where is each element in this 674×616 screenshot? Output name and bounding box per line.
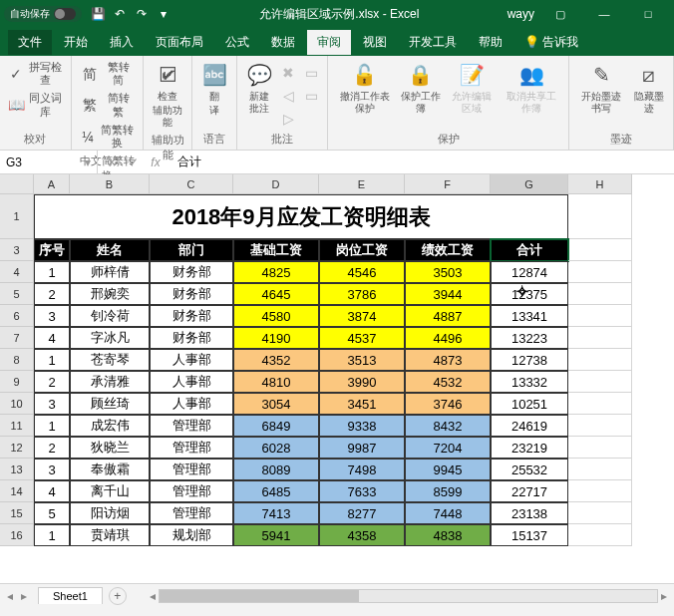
data-cell[interactable]: 8277 xyxy=(319,502,405,524)
header-cell[interactable]: 部门 xyxy=(150,239,233,261)
data-cell[interactable]: 2 xyxy=(34,371,70,393)
data-cell[interactable]: 奉傲霜 xyxy=(70,459,150,480)
tab-home[interactable]: 开始 xyxy=(54,30,98,55)
sheet-tab[interactable]: Sheet1 xyxy=(38,587,103,604)
row-header-5[interactable]: 5 xyxy=(0,283,34,305)
data-cell[interactable]: 3 xyxy=(34,393,70,415)
data-cell[interactable]: 3513 xyxy=(319,349,405,371)
data-cell[interactable]: 4537 xyxy=(319,327,405,349)
data-cell[interactable]: 3 xyxy=(34,305,70,327)
row-header-11[interactable]: 11 xyxy=(0,415,34,437)
data-cell[interactable]: 4580 xyxy=(233,305,319,327)
cell-blank[interactable] xyxy=(568,261,632,283)
row-header-14[interactable]: 14 xyxy=(0,480,34,502)
data-cell[interactable]: 3746 xyxy=(405,393,491,415)
table-title[interactable]: 2018年9月应发工资明细表 xyxy=(34,194,568,239)
row-header-9[interactable]: 9 xyxy=(0,371,34,393)
col-header-H[interactable]: H xyxy=(568,174,632,194)
header-cell[interactable]: 姓名 xyxy=(70,239,150,261)
tab-data[interactable]: 数据 xyxy=(261,30,305,55)
tab-developer[interactable]: 开发工具 xyxy=(399,30,467,55)
data-cell[interactable]: 成宏伟 xyxy=(70,415,150,437)
header-cell[interactable]: 合计 xyxy=(491,239,568,261)
data-cell[interactable]: 4887 xyxy=(405,305,491,327)
data-cell[interactable]: 邢婉奕 xyxy=(70,283,150,305)
fx-icon[interactable]: fx xyxy=(146,155,166,169)
data-cell[interactable]: 管理部 xyxy=(150,459,233,480)
thesaurus-button[interactable]: 📖同义词库 xyxy=(6,90,65,120)
data-cell[interactable]: 3451 xyxy=(319,393,405,415)
data-cell[interactable]: 4496 xyxy=(405,327,491,349)
data-cell[interactable]: 7498 xyxy=(319,459,405,480)
data-cell[interactable]: 12874 xyxy=(491,261,568,283)
col-header-E[interactable]: E xyxy=(319,174,405,194)
data-cell[interactable]: 顾丝琦 xyxy=(70,393,150,415)
header-cell[interactable]: 岗位工资 xyxy=(319,239,405,261)
data-cell[interactable]: 财务部 xyxy=(150,283,233,305)
data-cell[interactable]: 4645 xyxy=(233,283,319,305)
cell-blank[interactable] xyxy=(568,305,632,327)
data-cell[interactable]: 贲靖琪 xyxy=(70,524,150,546)
data-cell[interactable]: 财务部 xyxy=(150,305,233,327)
data-cell[interactable]: 苍寄琴 xyxy=(70,349,150,371)
data-cell[interactable]: 15137 xyxy=(491,524,568,546)
accessibility-button[interactable]: 🗹 检查辅助功能 xyxy=(150,59,186,131)
data-cell[interactable]: 12738 xyxy=(491,349,568,371)
col-header-C[interactable]: C xyxy=(150,174,233,194)
data-cell[interactable]: 7204 xyxy=(405,437,491,459)
data-cell[interactable]: 7633 xyxy=(319,480,405,502)
data-cell[interactable]: 8599 xyxy=(405,480,491,502)
unshare-button[interactable]: 👥取消共享工作簿 xyxy=(502,59,562,117)
save-icon[interactable]: 💾 xyxy=(90,6,106,22)
data-cell[interactable]: 4838 xyxy=(405,524,491,546)
data-cell[interactable]: 3786 xyxy=(319,283,405,305)
data-cell[interactable]: 12375 xyxy=(491,283,568,305)
data-cell[interactable]: 3990 xyxy=(319,371,405,393)
data-cell[interactable]: 管理部 xyxy=(150,415,233,437)
data-cell[interactable]: 管理部 xyxy=(150,437,233,459)
data-cell[interactable]: 2 xyxy=(34,283,70,305)
data-cell[interactable]: 13341 xyxy=(491,305,568,327)
col-header-B[interactable]: B xyxy=(70,174,150,194)
cell-blank[interactable] xyxy=(568,194,632,239)
data-cell[interactable]: 4190 xyxy=(233,327,319,349)
data-cell[interactable]: 4 xyxy=(34,480,70,502)
cancel-icon[interactable]: ✕ xyxy=(102,155,122,169)
cell-blank[interactable] xyxy=(568,327,632,349)
show-all-icon[interactable]: ▭ xyxy=(301,86,321,106)
header-cell[interactable]: 序号 xyxy=(34,239,70,261)
new-comment-button[interactable]: 💬 新建批注 xyxy=(243,59,275,117)
enter-icon[interactable]: ✓ xyxy=(124,155,144,169)
data-cell[interactable]: 1 xyxy=(34,261,70,283)
data-cell[interactable]: 1 xyxy=(34,415,70,437)
data-cell[interactable]: 阳访烟 xyxy=(70,502,150,524)
data-cell[interactable]: 4546 xyxy=(319,261,405,283)
cell-blank[interactable] xyxy=(568,393,632,415)
data-cell[interactable]: 23138 xyxy=(491,502,568,524)
data-cell[interactable]: 财务部 xyxy=(150,261,233,283)
simp-to-trad-button[interactable]: 繁简转繁 xyxy=(78,90,137,120)
data-cell[interactable]: 4352 xyxy=(233,349,319,371)
data-cell[interactable]: 24619 xyxy=(491,415,568,437)
data-cell[interactable]: 3874 xyxy=(319,305,405,327)
row-header-8[interactable]: 8 xyxy=(0,349,34,371)
tab-help[interactable]: 帮助 xyxy=(469,30,512,55)
worksheet-grid[interactable]: ABCDEFGH 1345678910111213141516 2018年9月应… xyxy=(0,174,674,583)
formula-bar[interactable]: 合计 xyxy=(169,154,674,170)
tab-review[interactable]: 审阅 xyxy=(307,30,351,55)
add-sheet-button[interactable]: + xyxy=(109,587,127,605)
next-comment-icon[interactable]: ▷ xyxy=(278,109,298,129)
data-cell[interactable]: 3 xyxy=(34,459,70,480)
hide-ink-button[interactable]: ⧄隐藏墨迹 xyxy=(631,59,667,117)
col-header-A[interactable]: A xyxy=(34,174,70,194)
data-cell[interactable]: 6849 xyxy=(233,415,319,437)
header-cell[interactable]: 绩效工资 xyxy=(405,239,491,261)
data-cell[interactable]: 23219 xyxy=(491,437,568,459)
data-cell[interactable]: 3503 xyxy=(405,261,491,283)
delete-comment-icon[interactable]: ✖ xyxy=(278,63,298,83)
tab-insert[interactable]: 插入 xyxy=(100,30,144,55)
cell-blank[interactable] xyxy=(568,480,632,502)
cell-blank[interactable] xyxy=(568,415,632,437)
cell-blank[interactable] xyxy=(568,459,632,480)
data-cell[interactable]: 8089 xyxy=(233,459,319,480)
